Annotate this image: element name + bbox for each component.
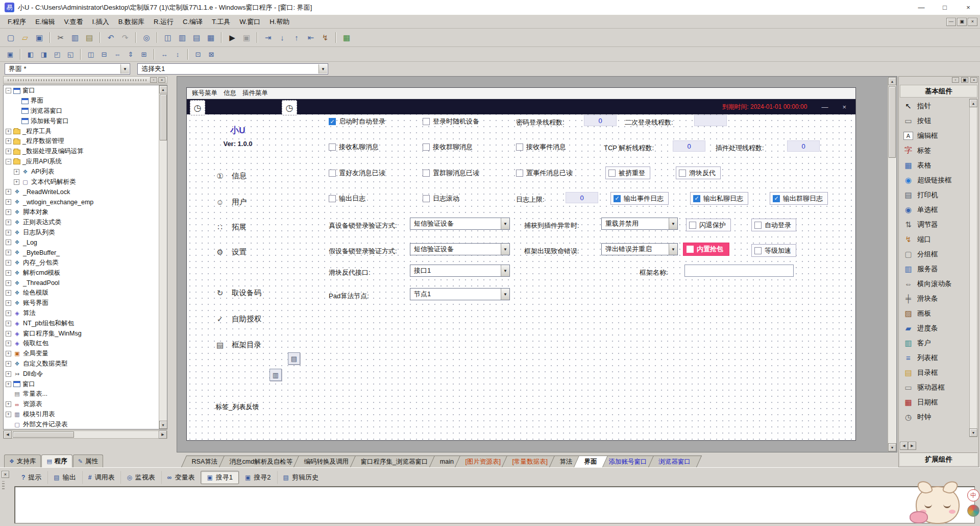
output-tab-search2[interactable]: ▣搜寻2: [239, 471, 277, 484]
component-item[interactable]: ▭驱动器框: [900, 380, 969, 395]
output-tab-output[interactable]: ▤输出: [47, 471, 82, 484]
designer-vertical-scrollbar[interactable]: ▲ ▼: [888, 77, 896, 451]
tree-expander-icon[interactable]: +: [6, 220, 11, 225]
tree-item[interactable]: ▤常量表...: [4, 389, 159, 399]
tree-item[interactable]: −_应用API系统: [4, 157, 159, 167]
scrollbar-thumb[interactable]: [889, 86, 896, 158]
component-scrollbar[interactable]: ▲ ▼: [969, 99, 977, 437]
component-item[interactable]: ◉超级链接框: [900, 173, 969, 187]
form-combobox[interactable]: 接口1▼: [410, 265, 510, 277]
designer-nav-item[interactable]: ①信息: [215, 171, 247, 181]
tree-expander-icon[interactable]: −: [6, 159, 11, 164]
form-checkbox[interactable]: 被挤重登: [605, 166, 650, 179]
toolbar-button-run[interactable]: ▶: [226, 31, 239, 44]
tree-expander-icon[interactable]: −: [6, 88, 11, 93]
toolbar-button-save[interactable]: ▣: [33, 31, 46, 44]
form-checkbox[interactable]: 内置抢包: [683, 243, 729, 256]
tree-expander-icon[interactable]: +: [6, 321, 11, 326]
maximize-button[interactable]: □: [933, 0, 957, 15]
toolbar-button-center-vertical[interactable]: ⊟: [98, 49, 110, 60]
toolbar-button-space-horizontal[interactable]: ↔: [158, 49, 170, 60]
designer-nav-item[interactable]: ∷拓展: [215, 222, 247, 232]
scrollbar-thumb[interactable]: [160, 94, 167, 140]
form-combobox[interactable]: 重载并禁用▼: [601, 218, 678, 230]
tree-item[interactable]: +❖_ReadWriteLock: [4, 187, 159, 197]
tree-item[interactable]: +❖绘色模版: [4, 288, 159, 298]
toolbar-button-new[interactable]: ▢: [4, 31, 17, 44]
panel-dock-button[interactable]: ▫: [150, 77, 157, 83]
toolbar-button-align-top[interactable]: ◰: [51, 49, 63, 60]
file-tab[interactable]: 编码转换及调用: [293, 456, 360, 467]
designer-nav-item[interactable]: ↻取设备码: [215, 288, 261, 298]
toolbar-button-form-editor[interactable]: ◫: [161, 31, 175, 44]
combobox-dropdown-icon[interactable]: ▼: [669, 244, 677, 255]
tree-expander-icon[interactable]: +: [6, 260, 11, 266]
minimize-button[interactable]: —: [910, 0, 933, 15]
scroll-down-icon[interactable]: ▼: [888, 443, 896, 451]
tree-item[interactable]: +❖_Log: [4, 237, 159, 248]
menu-item[interactable]: T.工具: [207, 16, 235, 28]
tree-item[interactable]: +_数据处理及编码运算: [4, 147, 159, 157]
toolbar-button-pause[interactable]: ▣: [240, 31, 253, 44]
tree-item[interactable]: +▥模块引用表: [4, 410, 159, 420]
panel-close-button[interactable]: ×: [158, 77, 165, 83]
menu-item[interactable]: V.查看: [59, 16, 87, 28]
scroll-left-icon[interactable]: ◀: [4, 431, 12, 439]
toolbar-button-paste[interactable]: ▤: [83, 31, 96, 44]
component-item[interactable]: ╪滑块条: [900, 291, 969, 306]
tree-item[interactable]: +◈NT_pb组包和解包: [4, 318, 159, 328]
ime-badge[interactable]: 中: [967, 489, 979, 501]
tree-item[interactable]: +❖API列表: [4, 166, 159, 177]
tree-item[interactable]: +▢文本代码解析类: [4, 177, 159, 187]
component-item[interactable]: ▰进度条: [900, 321, 969, 336]
designer-menu-item[interactable]: 信息: [222, 88, 241, 99]
tree-item[interactable]: +↣Dll命令: [4, 369, 159, 379]
toolbar-button-same-width[interactable]: ⇔: [111, 49, 124, 60]
toolbar-button-breakpoint-grid[interactable]: ▦: [340, 31, 353, 44]
panel-close-button[interactable]: ×: [970, 77, 977, 83]
tree-expander-icon[interactable]: +: [6, 351, 11, 356]
toolbar-button-grid-view[interactable]: ▦: [204, 31, 217, 44]
form-checkbox[interactable]: 接收群聊消息: [423, 142, 473, 152]
tree-expander-icon[interactable]: +: [6, 361, 11, 367]
tree-item[interactable]: +❖解析cmd模板: [4, 268, 159, 278]
component-item[interactable]: ▥客户: [900, 336, 969, 350]
scroll-down-icon[interactable]: ▼: [159, 421, 167, 429]
tree-expander-icon[interactable]: +: [6, 189, 11, 195]
form-checkbox[interactable]: 日志滚动: [423, 194, 459, 204]
tree-item[interactable]: +∞资源表: [4, 399, 159, 410]
tree-item[interactable]: +窗口: [4, 379, 159, 389]
tree-expander-icon[interactable]: +: [6, 199, 11, 205]
component-widget-icon[interactable]: ▥: [270, 369, 282, 381]
menu-item[interactable]: F.程序: [3, 16, 31, 28]
tree-expander-icon[interactable]: +: [6, 149, 11, 154]
file-tab[interactable]: 窗口程序集_浏览器窗口: [350, 456, 439, 467]
extended-components-button[interactable]: 扩展组件: [900, 452, 977, 466]
toolbar-button-stop-debug[interactable]: ↯: [318, 31, 332, 44]
component-item[interactable]: ↖指针: [900, 99, 969, 113]
component-panel-header[interactable]: 基本组件: [900, 85, 977, 98]
close-button[interactable]: ×: [957, 0, 980, 15]
tree-item[interactable]: 添加账号窗口: [4, 116, 159, 126]
form-combobox[interactable]: 弹出错误并重启▼: [601, 243, 678, 255]
combobox-dropdown-icon[interactable]: ▼: [501, 289, 509, 300]
tree-item[interactable]: +❖_ByteBuffer_: [4, 248, 159, 258]
scope-combo[interactable]: 界面 * ▼: [5, 63, 130, 75]
component-item[interactable]: ▤打印机: [900, 187, 969, 202]
file-tab[interactable]: 界面: [574, 456, 608, 467]
tree-expander-icon[interactable]: +: [6, 412, 11, 417]
toolbar-button-active-window[interactable]: ▣: [4, 49, 16, 60]
toolbar-button-copy[interactable]: ▥: [68, 31, 82, 44]
tree-expander-icon[interactable]: +: [14, 179, 19, 185]
tree-expander-icon[interactable]: +: [6, 381, 11, 387]
scroll-down-icon[interactable]: ▼: [969, 428, 977, 437]
form-checkbox[interactable]: 自动登录: [751, 219, 796, 231]
component-item[interactable]: ▤目录框: [900, 365, 969, 380]
tree-expander-icon[interactable]: +: [6, 371, 11, 377]
toolbar-button-step-out[interactable]: ↑: [290, 31, 303, 44]
toolbar-button-split-horizontal[interactable]: ▤: [190, 31, 203, 44]
tree-horizontal-scrollbar[interactable]: ◀ ▶: [3, 431, 167, 439]
form-checkbox[interactable]: ✓输出事件日志: [610, 192, 669, 205]
menu-item[interactable]: E.编辑: [31, 16, 59, 28]
menu-item[interactable]: I.插入: [88, 16, 114, 28]
